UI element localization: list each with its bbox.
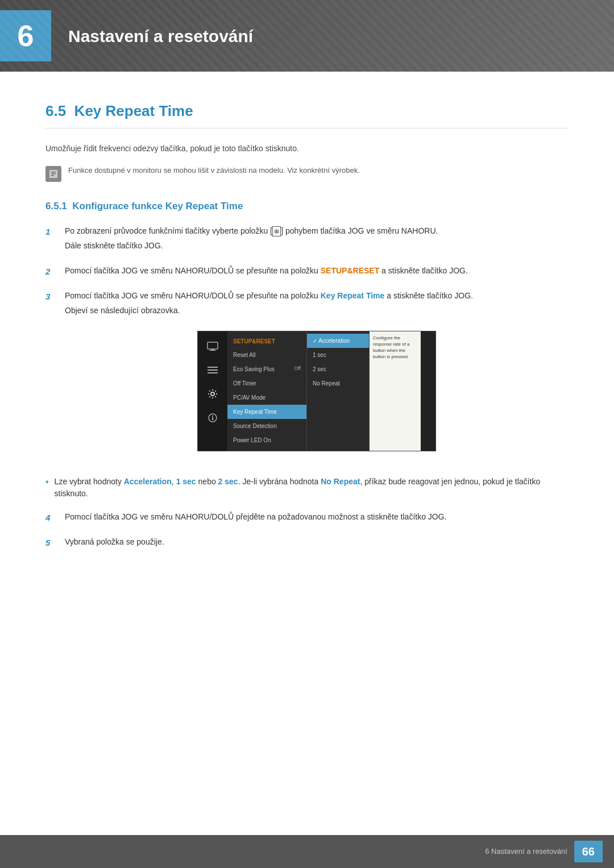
- steps-list: 1 Po zobrazení průvodce funkčními tlačít…: [45, 225, 569, 466]
- chapter-header: 6 Nastavení a resetování: [0, 0, 614, 72]
- menu-item-eco: Eco Saving PlusOff: [227, 362, 306, 376]
- subsection-title: 6.5.1 Konfigurace funkce Key Repeat Time: [45, 199, 569, 214]
- menu-item-pcav: PC/AV Mode: [227, 391, 306, 405]
- step-number-1: 1: [45, 226, 56, 239]
- sidebar-icon-menu: [205, 362, 221, 378]
- submenu-1sec: 1 sec: [307, 348, 369, 362]
- menu-header: SETUP&RESET: [227, 335, 306, 348]
- note-icon: [45, 166, 61, 182]
- note-text: Funkce dostupné v monitoru se mohou liši…: [68, 165, 360, 176]
- submenu-2sec: 2 sec: [307, 362, 369, 376]
- menu-item-timer: Off Timer: [227, 376, 306, 391]
- svg-rect-12: [212, 417, 213, 420]
- footer-text: 6 Nastavení a resetování: [485, 846, 567, 857]
- svg-rect-7: [208, 367, 218, 368]
- footer: 6 Nastavení a resetování 66: [0, 835, 614, 868]
- sidebar-icon-settings: [205, 386, 221, 402]
- screenshot: SETUP&RESET Reset All Eco Saving PlusOff…: [197, 331, 436, 451]
- steps-list-2: 4 Pomocí tlačítka JOG ve směru NAHORU/DO…: [45, 511, 569, 551]
- svg-rect-2: [51, 173, 56, 175]
- svg-rect-6: [209, 350, 216, 351]
- svg-rect-13: [212, 416, 213, 417]
- footer-page: 66: [574, 841, 603, 862]
- step-number-3: 3: [45, 290, 56, 304]
- step-5: 5 Vybraná položka se použije.: [45, 536, 569, 551]
- submenu-acceleration: Acceleration: [307, 334, 369, 348]
- chapter-title: Nastavení a resetování: [68, 23, 253, 49]
- screenshot-menu: SETUP&RESET Reset All Eco Saving PlusOff…: [227, 331, 307, 451]
- step-4: 4 Pomocí tlačítka JOG ve směru NAHORU/DO…: [45, 511, 569, 526]
- menu-item-reset-all: Reset All: [227, 348, 306, 362]
- menu-item-source: Source Detection: [227, 419, 306, 433]
- step-content-3: Pomocí tlačítka JOG ve směru NAHORU/DOLŮ…: [65, 290, 569, 466]
- bullet-list: Lze vybrat hodnoty Acceleration, 1 sec n…: [45, 476, 569, 500]
- step-content-2: Pomocí tlačítka JOG ve směru NAHORU/DOLŮ…: [65, 265, 569, 280]
- step-number-2: 2: [45, 265, 56, 279]
- step-content-5: Vybraná položka se použije.: [65, 536, 569, 551]
- svg-rect-1: [51, 172, 56, 173]
- screenshot-container: SETUP&RESET Reset All Eco Saving PlusOff…: [65, 331, 569, 451]
- step-2: 2 Pomocí tlačítka JOG ve směru NAHORU/DO…: [45, 265, 569, 280]
- screenshot-submenu: Acceleration 1 sec 2 sec No Repeat: [307, 331, 370, 451]
- step-3: 3 Pomocí tlačítka JOG ve směru NAHORU/DO…: [45, 290, 569, 466]
- screenshot-tooltip: Configure the response rate of a button …: [370, 331, 421, 451]
- screenshot-sidebar: [198, 331, 227, 451]
- step-1: 1 Po zobrazení průvodce funkčními tlačít…: [45, 225, 569, 255]
- svg-rect-9: [208, 372, 218, 373]
- section-title: 6.5 Key Repeat Time: [45, 100, 569, 128]
- svg-rect-4: [208, 342, 218, 349]
- intro-text: Umožňuje řídit frekvenci odezvy tlačítka…: [45, 143, 569, 155]
- sidebar-icon-display: [205, 338, 221, 354]
- svg-rect-3: [51, 175, 54, 176]
- submenu-norepeat: No Repeat: [307, 376, 369, 391]
- svg-rect-8: [208, 369, 218, 371]
- svg-point-10: [211, 392, 214, 396]
- menu-item-power: Power LED On: [227, 433, 306, 447]
- step-number-4: 4: [45, 512, 56, 525]
- step-content-4: Pomocí tlačítka JOG ve směru NAHORU/DOLŮ…: [65, 511, 569, 526]
- bullet-item: Lze vybrat hodnoty Acceleration, 1 sec n…: [45, 476, 569, 500]
- main-content: 6.5 Key Repeat Time Umožňuje řídit frekv…: [0, 100, 614, 607]
- chapter-number: 6: [0, 10, 51, 61]
- note-box: Funkce dostupné v monitoru se mohou liši…: [45, 165, 569, 182]
- menu-item-keyrepeat: Key Repeat Time: [227, 405, 306, 419]
- step-number-5: 5: [45, 537, 56, 550]
- sidebar-icon-info: [205, 410, 221, 426]
- svg-rect-5: [211, 349, 214, 350]
- step-content-1: Po zobrazení průvodce funkčními tlačítky…: [65, 225, 569, 255]
